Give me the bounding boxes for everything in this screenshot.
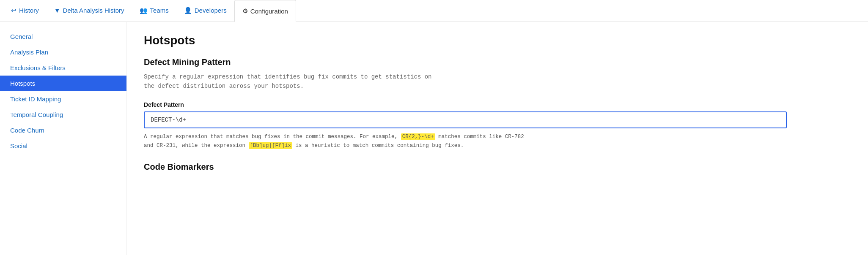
highlight-cr-pattern: CR{2,}-\d+ bbox=[401, 133, 435, 140]
top-navigation: ↩ History ▼ Delta Analysis History 👥 Tea… bbox=[0, 0, 868, 22]
developers-icon: 👤 bbox=[184, 7, 192, 14]
nav-label-history: History bbox=[19, 7, 39, 14]
nav-item-history[interactable]: ↩ History bbox=[3, 0, 47, 22]
teams-icon: 👥 bbox=[140, 7, 148, 14]
main-content: Hotspots Defect Mining Pattern Specify a… bbox=[127, 22, 804, 255]
nav-label-delta-analysis-history: Delta Analysis History bbox=[63, 7, 124, 14]
sidebar-item-temporal-coupling[interactable]: Temporal Coupling bbox=[0, 107, 126, 122]
filter-icon: ▼ bbox=[54, 7, 60, 14]
sidebar-item-ticket-id-mapping[interactable]: Ticket ID Mapping bbox=[0, 91, 126, 107]
page-title: Hotspots bbox=[144, 34, 787, 47]
defect-mining-section-title: Defect Mining Pattern bbox=[144, 57, 787, 67]
sidebar-item-social[interactable]: Social bbox=[0, 138, 126, 154]
page-layout: General Analysis Plan Exclusions & Filte… bbox=[0, 22, 868, 255]
defect-pattern-input[interactable] bbox=[144, 111, 787, 128]
sidebar-item-analysis-plan[interactable]: Analysis Plan bbox=[0, 44, 126, 60]
sidebar-item-exclusions-filters[interactable]: Exclusions & Filters bbox=[0, 60, 126, 76]
nav-item-delta-analysis-history[interactable]: ▼ Delta Analysis History bbox=[47, 0, 132, 22]
defect-pattern-label: Defect Pattern bbox=[144, 101, 787, 108]
nav-item-developers[interactable]: 👤 Developers bbox=[176, 0, 234, 22]
sidebar-item-general[interactable]: General bbox=[0, 29, 126, 44]
nav-label-configuration: Configuration bbox=[250, 8, 288, 15]
sidebar: General Analysis Plan Exclusions & Filte… bbox=[0, 22, 127, 255]
configuration-icon: ⚙ bbox=[242, 7, 248, 15]
sidebar-item-hotspots[interactable]: Hotspots bbox=[0, 76, 126, 91]
highlight-bugfix-pattern: [Bb]ug|[Ff]ix bbox=[249, 142, 293, 149]
code-biomarkers-section-title: Code Biomarkers bbox=[144, 162, 787, 172]
nav-label-developers: Developers bbox=[195, 7, 227, 14]
nav-item-teams[interactable]: 👥 Teams bbox=[132, 0, 176, 22]
sidebar-item-code-churn[interactable]: Code Churn bbox=[0, 122, 126, 138]
defect-mining-description: Specify a regular expression that identi… bbox=[144, 72, 787, 91]
history-icon: ↩ bbox=[11, 7, 16, 14]
nav-item-configuration[interactable]: ⚙ Configuration bbox=[234, 0, 296, 22]
nav-label-teams: Teams bbox=[150, 7, 169, 14]
defect-pattern-help: A regular expression that matches bug fi… bbox=[144, 133, 787, 151]
